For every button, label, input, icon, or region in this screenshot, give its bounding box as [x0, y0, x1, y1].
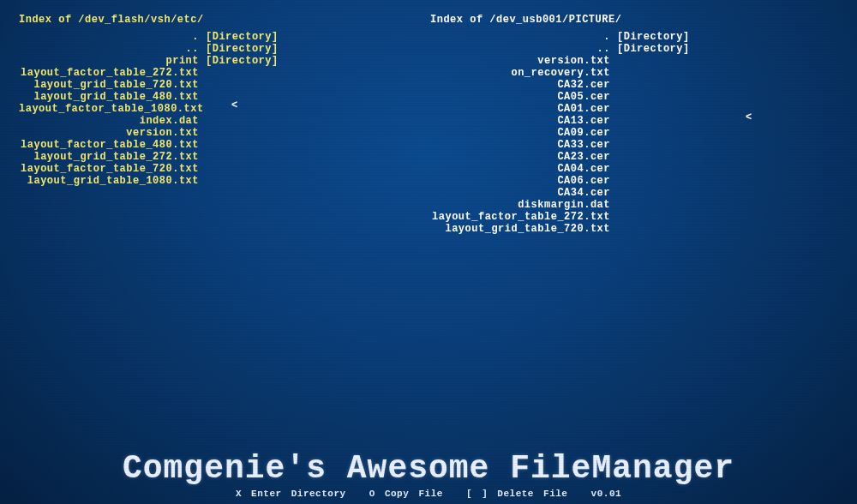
list-item[interactable]: layout_factor_table_480.txt: [19, 139, 199, 151]
list-item[interactable]: .: [19, 31, 199, 43]
list-item[interactable]: diskmargin.dat: [430, 199, 610, 211]
list-item-type: [206, 91, 279, 103]
list-item[interactable]: index.dat: [19, 115, 199, 127]
list-item-type: [617, 79, 690, 91]
list-item-type: [206, 103, 279, 115]
list-item[interactable]: version.txt: [19, 127, 199, 139]
list-item-type: [617, 163, 690, 175]
list-item-type: [617, 151, 690, 163]
list-item[interactable]: CA01.cer: [430, 103, 610, 115]
left-pane: Index of /dev_flash/vsh/etc/ ...printlay…: [19, 14, 430, 235]
list-item[interactable]: layout_factor_table_1080.txt: [19, 103, 199, 115]
list-item[interactable]: CA09.cer: [430, 127, 610, 139]
list-item-type: [617, 55, 690, 67]
list-item[interactable]: .: [430, 31, 610, 43]
app-title: Comgenie's Awesome FileManager: [0, 450, 857, 487]
list-item-type: [617, 127, 690, 139]
list-item[interactable]: CA06.cer: [430, 175, 610, 187]
version-label: v0.01: [591, 489, 622, 499]
list-item[interactable]: CA32.cer: [430, 79, 610, 91]
list-item[interactable]: CA23.cer: [430, 151, 610, 163]
left-listing[interactable]: ...printlayout_factor_table_272.txtlayou…: [19, 31, 430, 187]
list-item-type: [206, 67, 279, 79]
left-path: Index of /dev_flash/vsh/etc/: [19, 14, 430, 26]
list-item[interactable]: CA34.cer: [430, 187, 610, 199]
list-item[interactable]: CA05.cer: [430, 91, 610, 103]
list-item-type: [206, 115, 279, 127]
list-item[interactable]: CA04.cer: [430, 163, 610, 175]
hint-delete: [ ] Delete File: [466, 489, 568, 499]
footer: Comgenie's Awesome FileManager X Enter D…: [0, 450, 857, 499]
list-item-type: [617, 139, 690, 151]
list-item-type: [Directory]: [206, 43, 279, 55]
list-item-type: [206, 151, 279, 163]
list-item[interactable]: layout_grid_table_1080.txt: [19, 175, 199, 187]
list-item[interactable]: ..: [430, 43, 610, 55]
list-item[interactable]: layout_grid_table_480.txt: [19, 91, 199, 103]
list-item-type: [617, 103, 690, 115]
list-item-type: [617, 199, 690, 211]
list-item[interactable]: CA33.cer: [430, 139, 610, 151]
list-item[interactable]: version.txt: [430, 55, 610, 67]
list-item[interactable]: layout_grid_table_272.txt: [19, 151, 199, 163]
list-item[interactable]: on_recovery.txt: [430, 67, 610, 79]
right-path: Index of /dev_usb001/PICTURE/: [430, 14, 842, 26]
list-item-type: [206, 163, 279, 175]
list-item[interactable]: CA13.cer: [430, 115, 610, 127]
list-item-type: [Directory]: [617, 43, 690, 55]
list-item-type: [206, 175, 279, 187]
list-item[interactable]: layout_factor_table_720.txt: [19, 163, 199, 175]
list-item[interactable]: layout_grid_table_720.txt: [430, 223, 610, 235]
list-item-type: [206, 79, 279, 91]
right-pane: Index of /dev_usb001/PICTURE/ ...version…: [430, 14, 842, 235]
hint-copy: O Copy File: [369, 489, 443, 499]
list-item-type: [Directory]: [617, 31, 690, 43]
list-item[interactable]: layout_grid_table_720.txt: [19, 79, 199, 91]
list-item-type: [617, 187, 690, 199]
list-item-type: [Directory]: [206, 31, 279, 43]
list-item-type: [Directory]: [206, 55, 279, 67]
hint-enter: X Enter Directory: [236, 489, 346, 499]
list-item-type: [617, 223, 690, 235]
left-cursor-icon: <: [231, 99, 238, 111]
list-item-type: [206, 139, 279, 151]
list-item[interactable]: layout_factor_table_272.txt: [19, 67, 199, 79]
right-listing[interactable]: ...version.txton_recovery.txtCA32.cerCA0…: [430, 31, 842, 235]
right-cursor-icon: <: [746, 111, 752, 123]
hint-bar: X Enter Directory O Copy File [ ] Delete…: [0, 489, 857, 499]
list-item[interactable]: ..: [19, 43, 199, 55]
list-item-type: [617, 91, 690, 103]
list-item-type: [617, 115, 690, 127]
list-item-type: [617, 67, 690, 79]
list-item-type: [206, 127, 279, 139]
list-item-type: [617, 175, 690, 187]
list-item[interactable]: print: [19, 55, 199, 67]
list-item[interactable]: layout_factor_table_272.txt: [430, 211, 610, 223]
list-item-type: [617, 211, 690, 223]
